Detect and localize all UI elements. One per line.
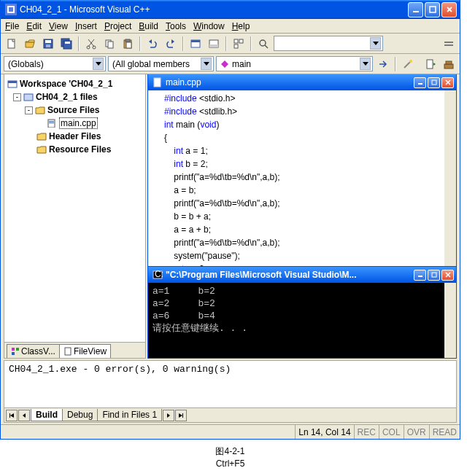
svg-rect-20	[209, 44, 218, 47]
menu-project[interactable]: Project	[104, 21, 131, 31]
svg-rect-5	[45, 40, 51, 43]
menu-view[interactable]: View	[49, 21, 68, 31]
svg-rect-38	[65, 348, 71, 355]
console-window: C:\ "C:\Program Files\Microsoft Visual S…	[147, 267, 457, 359]
output-text[interactable]: CH04_2_1.exe - 0 error(s), 0 warning(s)	[4, 361, 456, 407]
svg-rect-44	[418, 276, 422, 277]
save-icon[interactable]	[40, 36, 56, 52]
find-combo[interactable]	[274, 36, 383, 51]
editor-minimize-button[interactable]	[414, 77, 426, 88]
console-maximize-button[interactable]	[428, 270, 440, 281]
window-list-icon[interactable]	[231, 36, 247, 52]
status-rec: REC	[354, 425, 379, 439]
menu-file[interactable]: File	[5, 21, 19, 31]
titlebar[interactable]: CH04_2_1 - Microsoft Visual C++	[1, 0, 460, 19]
code-editor[interactable]: #include <stdio.h>#include <stdlib.h>int…	[148, 90, 456, 266]
svg-rect-37	[12, 352, 15, 355]
menu-insert[interactable]: Insert	[75, 21, 97, 31]
close-button[interactable]	[441, 2, 457, 17]
cut-icon[interactable]	[83, 36, 99, 52]
editor-titlebar[interactable]: main.cpp	[148, 74, 456, 90]
workspace-sidebar: Workspace 'CH04_2_1 - CH04_2_1 files - S…	[4, 74, 146, 359]
status-position: Ln 14, Col 14	[295, 425, 353, 439]
menu-window[interactable]: Window	[193, 21, 225, 31]
save-all-icon[interactable]	[58, 36, 74, 52]
svg-rect-6	[46, 44, 50, 47]
undo-icon[interactable]	[144, 36, 161, 52]
toolbar-wizard: (Globals) (All global members main	[1, 54, 460, 74]
toolbar-overflow-icon[interactable]	[441, 36, 457, 52]
tree-resource-folder[interactable]: Resource Files	[6, 143, 144, 156]
status-col: COL	[379, 425, 404, 439]
svg-rect-33	[49, 121, 54, 122]
output-tab-debug[interactable]: Debug	[62, 409, 98, 421]
output-nav-next[interactable]	[163, 410, 174, 421]
tree-workspace[interactable]: Workspace 'CH04_2_1	[6, 77, 144, 90]
output-nav-last[interactable]	[175, 410, 187, 421]
compile-icon[interactable]	[422, 56, 439, 72]
tree-source-folder[interactable]: - Source Files	[6, 104, 144, 117]
wizard-icon[interactable]	[400, 56, 416, 72]
output-tabs: Build Debug Find in Files 1	[4, 407, 456, 422]
workspace-icon[interactable]	[188, 36, 204, 52]
tab-classview[interactable]: ClassV...	[7, 344, 60, 358]
maximize-button[interactable]	[425, 2, 440, 17]
folder-icon	[35, 106, 45, 114]
output-nav-first[interactable]	[6, 410, 18, 421]
svg-rect-26	[427, 60, 433, 69]
tab-fileview[interactable]: FileView	[59, 344, 111, 358]
console-close-button[interactable]	[441, 270, 454, 281]
symbol-combo[interactable]: main	[216, 56, 373, 71]
svg-rect-34	[49, 122, 54, 123]
menubar: File Edit View Insert Project Build Tool…	[1, 19, 460, 34]
tree-main-cpp[interactable]: main.cpp	[6, 117, 144, 130]
svg-rect-2	[430, 7, 436, 12]
scope-combo[interactable]: (Globals)	[4, 56, 106, 71]
file-tree[interactable]: Workspace 'CH04_2_1 - CH04_2_1 files - S…	[4, 74, 145, 342]
members-combo[interactable]: (All global members	[108, 56, 214, 71]
menu-build[interactable]: Build	[139, 21, 158, 31]
menu-tools[interactable]: Tools	[166, 21, 186, 31]
right-panel: main.cpp #include <stdio.h>#include <std…	[147, 74, 457, 359]
console-titlebar[interactable]: C:\ "C:\Program Files\Microsoft Visual S…	[148, 267, 456, 283]
copy-icon[interactable]	[101, 36, 117, 52]
tree-header-folder[interactable]: Header Files	[6, 130, 144, 143]
build-icon[interactable]	[441, 56, 457, 72]
svg-rect-46	[9, 413, 10, 418]
figure-caption: 图4-2-1 Ctrl+F5	[0, 442, 460, 470]
tree-project[interactable]: - CH04_2_1 files	[6, 90, 144, 104]
svg-rect-9	[65, 42, 70, 44]
svg-rect-27	[444, 64, 453, 69]
svg-point-25	[409, 60, 412, 63]
caption-line1: 图4-2-1	[0, 445, 460, 458]
new-file-icon[interactable]	[4, 36, 20, 52]
svg-rect-32	[48, 120, 55, 128]
statusbar: Ln 14, Col 14 REC COL OVR READ	[1, 424, 460, 439]
menu-help[interactable]: Help	[232, 21, 250, 31]
svg-rect-35	[12, 348, 15, 351]
open-icon[interactable]	[22, 36, 38, 52]
collapse-icon[interactable]: -	[13, 93, 21, 101]
output-window-icon[interactable]	[206, 36, 222, 52]
console-output[interactable]: a=1 b=2 a=2 b=2 a=6 b=4 请按任意键继续. . .	[148, 283, 456, 358]
redo-icon[interactable]	[163, 36, 179, 52]
svg-rect-23	[234, 44, 238, 48]
editor-maximize-button[interactable]	[428, 77, 440, 88]
output-nav-prev[interactable]	[18, 410, 30, 421]
editor-close-button[interactable]	[441, 77, 454, 88]
paste-icon[interactable]	[120, 36, 136, 52]
find-icon[interactable]	[255, 36, 271, 52]
console-icon: C:\	[153, 270, 163, 280]
app-icon	[5, 4, 17, 15]
window-title: CH04_2_1 - Microsoft Visual C++	[20, 4, 150, 15]
status-ovr: OVR	[404, 425, 429, 439]
go-icon[interactable]	[375, 56, 391, 72]
console-minimize-button[interactable]	[414, 270, 426, 281]
output-tab-find[interactable]: Find in Files 1	[97, 409, 162, 421]
menu-edit[interactable]: Edit	[26, 21, 42, 31]
minimize-button[interactable]	[408, 2, 423, 17]
output-tab-build[interactable]: Build	[31, 409, 63, 421]
svg-rect-15	[126, 39, 130, 42]
svg-rect-31	[24, 94, 33, 101]
collapse-icon[interactable]: -	[25, 106, 33, 114]
